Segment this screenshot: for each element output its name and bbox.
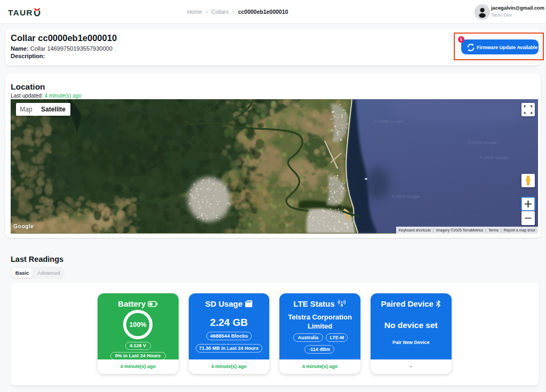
svg-text:© 2025 Google: © 2025 Google [374,119,403,124]
svg-text:100%: 100% [130,321,147,329]
svg-text:© 2025 Google: © 2025 Google [468,140,497,145]
svg-text:© 2025 Google: © 2025 Google [480,155,509,160]
svg-text:© 2025 Google: © 2025 Google [391,194,420,199]
